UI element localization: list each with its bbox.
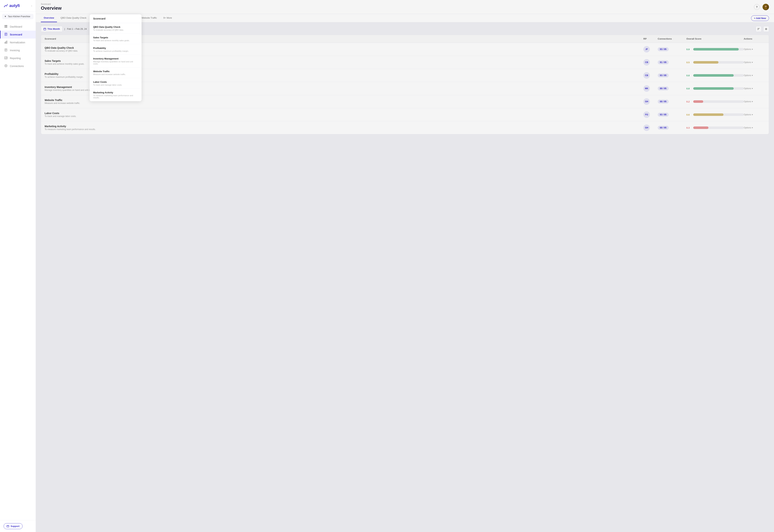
dropdown-item-desc: To measure marketing team performance an… bbox=[93, 94, 138, 99]
dropdown-item[interactable]: Labor Costs To track and manage labor co… bbox=[90, 78, 142, 89]
sidebar: autyfi ‹ ▼ Taco Kitchen Franchise Dashbo… bbox=[0, 0, 36, 532]
dropdown-item-desc: To achieve maximum profitability margin. bbox=[93, 50, 138, 52]
dropdown-item-desc: Measure and increase website traffic. bbox=[93, 73, 138, 75]
main-content: Scorecard Overview ? Overview QBO Data Q… bbox=[36, 0, 774, 532]
dropdown-item-name: Marketing Activity bbox=[93, 91, 138, 94]
dropdown-item-name: Inventory Management bbox=[93, 57, 138, 60]
sidebar-item-label: Reporting bbox=[10, 57, 21, 60]
franchise-selector[interactable]: ▼ Taco Kitchen Franchise bbox=[2, 14, 34, 19]
dropdown-item-desc: To track and achieve monthly sales goals… bbox=[93, 39, 138, 42]
svg-rect-3 bbox=[5, 27, 6, 28]
support-label: Support bbox=[11, 525, 20, 528]
support-button[interactable]: Support bbox=[4, 523, 23, 529]
dropdown-panel: Scorecard QBO Data Quality Check To eval… bbox=[90, 14, 142, 101]
normalization-icon bbox=[4, 41, 8, 44]
dropdown-overlay[interactable] bbox=[36, 0, 774, 532]
dropdown-item[interactable]: Profitability To achieve maximum profita… bbox=[90, 44, 142, 55]
dropdown-item-desc: To evaluate accuracy of QBO data. bbox=[93, 29, 138, 31]
dropdown-item-desc: Manage inventory quantities on hand and … bbox=[93, 61, 138, 65]
sidebar-support: Support bbox=[0, 520, 36, 532]
sidebar-item-label: Scorecard bbox=[10, 33, 22, 36]
svg-rect-1 bbox=[5, 25, 6, 26]
dropdown-item-name: QBO Data Quality Check bbox=[93, 26, 138, 28]
dropdown-item[interactable]: Inventory Management Manage inventory qu… bbox=[90, 55, 142, 68]
dropdown-item[interactable]: Marketing Activity To measure marketing … bbox=[90, 89, 142, 101]
sidebar-nav: Dashboard Scorecard Normalization Invoic… bbox=[0, 21, 36, 520]
dropdown-header: Scorecard bbox=[90, 14, 142, 23]
franchise-arrow-icon: ▼ bbox=[4, 15, 6, 18]
sidebar-item-label: Connections bbox=[10, 65, 24, 68]
svg-rect-9 bbox=[5, 42, 5, 43]
sidebar-item-label: Invoicing bbox=[10, 49, 20, 52]
dropdown-item-name: Sales Targets bbox=[93, 36, 138, 39]
sidebar-item-scorecard[interactable]: Scorecard bbox=[0, 31, 36, 39]
dropdown-item-name: Labor Costs bbox=[93, 81, 138, 83]
svg-rect-11 bbox=[6, 41, 7, 43]
connections-icon bbox=[4, 64, 8, 68]
svg-rect-10 bbox=[6, 42, 6, 43]
sidebar-item-reporting[interactable]: Reporting bbox=[0, 54, 36, 62]
scorecard-icon bbox=[4, 33, 8, 36]
sidebar-item-label: Dashboard bbox=[10, 25, 22, 28]
dropdown-item[interactable]: Sales Targets To track and achieve month… bbox=[90, 34, 142, 44]
logo: autyfi bbox=[4, 3, 20, 8]
sidebar-collapse-btn[interactable]: ‹ bbox=[31, 4, 32, 7]
dashboard-icon bbox=[4, 25, 8, 28]
sidebar-logo-area: autyfi ‹ bbox=[0, 0, 36, 12]
dropdown-item[interactable]: QBO Data Quality Check To evaluate accur… bbox=[90, 23, 142, 34]
sidebar-item-normalization[interactable]: Normalization bbox=[0, 39, 36, 46]
dropdown-item-desc: To track and manage labor costs. bbox=[93, 84, 138, 86]
sidebar-item-invoicing[interactable]: Invoicing bbox=[0, 46, 36, 54]
dropdown-item-name: Website Traffic bbox=[93, 70, 138, 73]
reporting-icon bbox=[4, 56, 8, 60]
svg-rect-2 bbox=[6, 25, 7, 26]
sidebar-item-label: Normalization bbox=[10, 41, 25, 44]
svg-rect-24 bbox=[7, 525, 9, 527]
logo-icon bbox=[4, 3, 9, 8]
dropdown-items: QBO Data Quality Check To evaluate accur… bbox=[90, 23, 142, 101]
sidebar-item-connections[interactable]: Connections bbox=[0, 62, 36, 70]
logo-text: autyfi bbox=[9, 3, 20, 8]
invoicing-icon bbox=[4, 49, 8, 52]
support-icon bbox=[7, 525, 9, 528]
franchise-name: Taco Kitchen Franchise bbox=[8, 15, 30, 18]
dropdown-item-name: Profitability bbox=[93, 47, 138, 49]
dropdown-item[interactable]: Website Traffic Measure and increase web… bbox=[90, 68, 142, 78]
sidebar-item-dashboard[interactable]: Dashboard bbox=[0, 23, 36, 31]
svg-rect-4 bbox=[6, 27, 7, 28]
